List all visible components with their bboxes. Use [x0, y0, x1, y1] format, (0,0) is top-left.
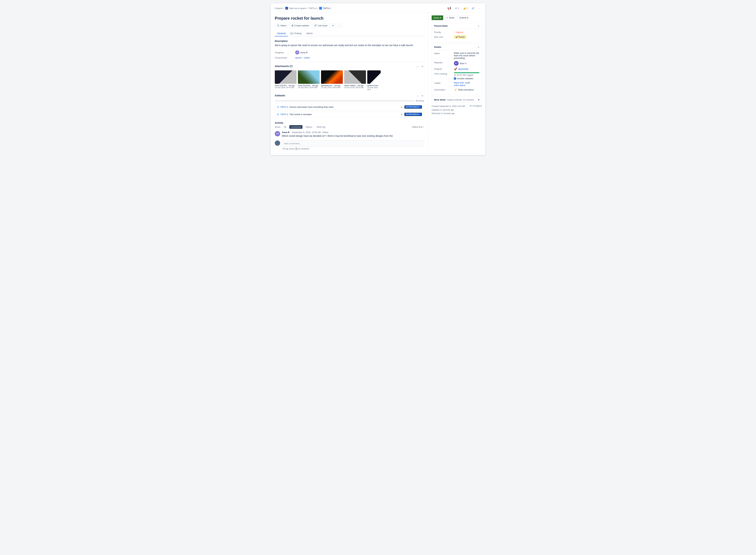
subtask-right-2: ▲ IN PROGRESS ▾	[401, 113, 422, 116]
time-tracking-value: 2w 3d 4h 48m logged Include subtasks	[454, 72, 479, 80]
subtask-key-tmts2[interactable]: TMTS-2	[280, 106, 288, 108]
done-label: Done	[434, 16, 439, 19]
notes-value: Make sure to send the QA team this issue…	[454, 52, 479, 59]
link-issue-button[interactable]: 🔗 Link issue	[312, 23, 329, 28]
epic-badge[interactable]: 🚀 Rocket	[454, 35, 466, 39]
attachment-item-partial[interactable]: guillermo-ferl... 18 Sep 2020, 09:4	[367, 70, 381, 90]
subtask-status-1[interactable]: IN PROGRESS ▾	[404, 105, 422, 109]
attachments-more-button[interactable]: ···	[415, 65, 419, 69]
component-launch[interactable]: launch	[295, 56, 302, 59]
toolbar: 📎 Attach ⊞ Create subtask 🔗 Link issue ▾…	[275, 23, 424, 28]
priority-up-icon: ↑	[454, 31, 455, 34]
subtasks-section: Subtasks ··· + 0% Done ⊟ TMTS-2	[275, 94, 424, 118]
subtask-status-2[interactable]: IN PROGRESS ▾	[404, 113, 422, 116]
done-check-button[interactable]: ✓ Done	[445, 15, 456, 20]
subtasks-add-button[interactable]: +	[420, 94, 424, 98]
attachment-item[interactable]: nasa-OLij17tU... ash.jpg 18 Sep 2020, 09…	[275, 70, 297, 90]
assignee-field: Assignee AR Anna R.	[275, 50, 424, 54]
component-rocket[interactable]: rocket	[304, 56, 309, 59]
subtask-item[interactable]: ⊟ TMTS-2 Ensure astronauts have everythi…	[275, 104, 424, 110]
epic-link-label: Epic Link	[434, 35, 453, 38]
filter-worklog[interactable]: Work log	[315, 125, 326, 129]
attachment-item[interactable]: niketh-vellank... ash.jpg 18 Sep 2020, 0…	[344, 70, 366, 90]
comment-input[interactable]: Add a comment...	[282, 140, 424, 146]
project-name: Spaceship	[458, 68, 468, 70]
notifications-button[interactable]: 📢	[446, 6, 452, 11]
breadcrumb: Projects / 🚀 Take me to space / TMTS-4 /…	[275, 7, 331, 9]
label-earth[interactable]: earth	[465, 81, 470, 84]
sort-button[interactable]: Oldest first ↕	[412, 126, 424, 128]
include-subtasks-checkbox[interactable]	[454, 77, 456, 80]
tab-general[interactable]: General	[275, 31, 288, 36]
attachments-label: Attachments (7)	[275, 65, 293, 68]
tab-qa-testing[interactable]: QA Testing	[288, 31, 304, 36]
pinned-fields-header[interactable]: Pinned fields ∧	[432, 23, 482, 29]
subtask-title-2: Test rocket in simulator	[290, 113, 312, 116]
reporter-avatar: BY	[454, 61, 458, 66]
attachment-info-3: ganapathy-ku... ash.jpg 18 Sep 2020, 09:…	[321, 84, 343, 88]
label-black-hole[interactable]: black-hole	[454, 81, 464, 84]
attachment-item[interactable]: nasa-Q1p7bh3... ash.jpg 18 Sep 2020, 09:…	[298, 70, 320, 90]
subtask-key-tmts3[interactable]: TMTS-3	[280, 113, 288, 116]
page-title: Prepare rocket for launch	[275, 16, 424, 20]
details-header[interactable]: Details ∧	[432, 44, 482, 50]
link-icon: 🔗	[314, 24, 317, 27]
actions-button[interactable]: Actions ▾	[457, 15, 470, 20]
watchers-count: 1	[458, 7, 459, 9]
time-tracking-bar	[454, 72, 479, 73]
attachment-info-1: nasa-OLij17tU... ash.jpg 18 Sep 2020, 09…	[275, 84, 297, 88]
include-subtasks-label: Include subtasks	[457, 77, 473, 80]
share-button[interactable]: 🔗	[471, 6, 475, 10]
subtask-icon: ⊞	[292, 24, 294, 27]
link-issue-label: Link issue	[318, 24, 327, 27]
more-toolbar-button[interactable]: ▾	[330, 23, 336, 28]
page-wrapper: Projects / 🚀 Take me to space / TMTS-4 /…	[271, 3, 485, 155]
timestamps: Created September 8, 2020, 9:42 AM Updat…	[432, 104, 465, 116]
attach-button[interactable]: 📎 Attach	[275, 23, 288, 28]
comment-input-row: 👤 Add a comment...	[275, 140, 424, 146]
extra-options-button[interactable]: ···	[337, 23, 342, 28]
reporter-field: Reporter BY Bran Y.	[434, 61, 479, 66]
filter-comments[interactable]: Comments	[290, 125, 303, 129]
filter-all[interactable]: All	[282, 125, 287, 129]
resolved-timestamp: Resolved 11 seconds ago	[432, 112, 465, 116]
attachment-info-5: guillermo-ferl... 18 Sep 2020, 09:4	[367, 84, 381, 90]
project-link[interactable]: 🚀 Spaceship	[454, 68, 479, 71]
labels-field: Labels black-hole earth outer-space	[434, 81, 479, 86]
assignee-value: AR Anna R.	[295, 50, 308, 54]
status-chevron-1: ▾	[419, 106, 420, 108]
subtask-item[interactable]: ⊟ TMTS-3 Test rocket in simulator ▲ IN P…	[275, 111, 424, 118]
breadcrumb-current: TMTS-1	[323, 7, 331, 9]
watchers-button[interactable]: 👁 1	[454, 6, 460, 10]
attachments-add-button[interactable]: +	[420, 65, 424, 69]
attachment-date-2: 18 Sep 2020, 09:44 AM	[298, 86, 320, 88]
automation-label: Automation	[434, 88, 453, 91]
assignee-name: Anna R.	[300, 51, 308, 54]
more-fields-section[interactable]: More fields Original estimate, Fix versi…	[432, 96, 482, 103]
attachment-item[interactable]: ganapathy-ku... ash.jpg 18 Sep 2020, 09:…	[321, 70, 343, 90]
breadcrumb-parent-key[interactable]: TMTS-4	[309, 7, 316, 9]
details-title: Details	[434, 46, 441, 48]
configure-button[interactable]: ⚙ Configure	[470, 104, 482, 107]
subtasks-more-button[interactable]: ···	[415, 94, 419, 98]
done-button[interactable]: Done ▾	[432, 15, 443, 20]
attachment-name-5: guillermo-ferl...	[367, 84, 381, 86]
attachment-thumb-2	[298, 70, 320, 84]
project-icon: 🚀	[285, 7, 288, 9]
comment-edited: Edited	[322, 131, 328, 134]
breadcrumb-project-name[interactable]: Take me to space	[289, 7, 306, 9]
components-field: Components launch rocket	[275, 56, 424, 59]
likes-button[interactable]: 👍 1	[462, 6, 469, 10]
breadcrumb-projects[interactable]: Projects	[275, 7, 283, 9]
label-outer-space[interactable]: outer-space	[454, 84, 465, 86]
create-subtask-button[interactable]: ⊞ Create subtask	[290, 23, 311, 28]
tab-admin[interactable]: Admin	[304, 31, 315, 36]
sort-icon: ↕	[423, 126, 424, 128]
comment-body: Anna R. September 8, 2020, 10:09 AM Edit…	[282, 131, 424, 138]
more-options-button[interactable]: ···	[477, 6, 481, 10]
attachment-info-4: niketh-vellank... ash.jpg 18 Sep 2020, 0…	[344, 84, 366, 88]
comment-avatar: AR	[275, 131, 280, 136]
status-chevron-2: ▾	[419, 114, 420, 115]
pro-tip-text: Pro tip: press	[282, 147, 295, 150]
filter-history[interactable]: History	[304, 125, 313, 129]
